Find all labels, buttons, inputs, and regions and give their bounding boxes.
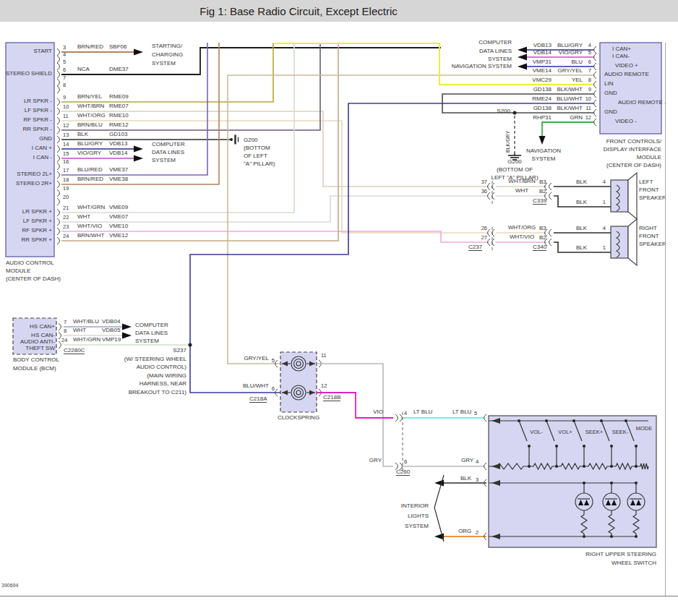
pin-signal: VIDEO -	[615, 119, 637, 124]
pin-number: 7	[588, 68, 591, 74]
ground-label: G200	[244, 137, 258, 143]
circuit-code-label: SBF06	[109, 44, 126, 50]
pin-number: 2	[476, 530, 479, 536]
connector-arc	[549, 183, 552, 190]
circuit-code-label: VME07	[109, 214, 128, 220]
wire-color-label: WHT/VIO	[77, 223, 102, 229]
system-reference: SYSTEM	[152, 61, 176, 67]
pin-number: 19	[63, 186, 69, 192]
circuit-code-label: VME12	[109, 233, 128, 239]
circuit-code-label: VMP19	[102, 337, 121, 343]
system-reference: SYSTEM	[405, 523, 429, 529]
pin-signal: STEREO SHIELD	[6, 71, 52, 77]
wire-color-label: WHT/VIO	[510, 234, 534, 240]
connector-arc	[594, 63, 597, 70]
pin-number: 5	[474, 411, 477, 416]
ground-label: (BOTTOM	[244, 145, 270, 151]
connector-arc	[59, 323, 61, 330]
pin-number: 3	[63, 45, 66, 51]
wire-color-label: GRN	[570, 115, 583, 121]
system-reference: LIGHTS	[408, 513, 429, 519]
splice-dot	[610, 465, 613, 468]
pin-number: 4	[603, 226, 606, 231]
connector-arc	[400, 414, 403, 422]
pin-number: 24	[63, 234, 69, 239]
system-reference: STARTING/	[152, 43, 182, 49]
wire-color-label: BRN/BLU	[77, 122, 103, 128]
switch-button-label: MODE	[636, 426, 653, 432]
arrow-down-icon	[539, 136, 546, 145]
splice-dot	[189, 343, 192, 347]
pin-signal: LF SPKR -	[25, 108, 52, 114]
connector-arc	[57, 56, 60, 63]
circuit-code-label: VME37	[109, 167, 128, 173]
circuit-code-label: RME07	[109, 103, 129, 109]
pin-number: 26	[481, 226, 487, 231]
splice-dot	[528, 465, 531, 468]
connector-label: C2280C	[64, 348, 85, 354]
pin-number: 17	[63, 168, 69, 174]
document-number: 390694	[1, 583, 18, 588]
pin-number: 18	[63, 177, 69, 183]
wiring-diagram-page: Fig 1: Base Radio Circuit, Except Electr…	[0, 0, 678, 616]
connector-label: C260	[396, 469, 410, 476]
wire-color-label: BRN/RED	[77, 44, 103, 50]
pin-signal: HS CAN+	[30, 324, 55, 330]
splice-dot	[230, 138, 233, 141]
wire-color-label: LT BLU	[413, 409, 432, 415]
pin-signal: START	[34, 48, 52, 54]
arrow-left-icon	[518, 54, 527, 61]
pin-number: 23	[63, 224, 69, 230]
system-reference: NAVIGATION	[526, 148, 561, 154]
module-label: AUDIO CONTROL	[6, 260, 54, 266]
wire-color-label: BLK/WHT	[557, 106, 583, 111]
connector-arc	[549, 229, 552, 236]
system-reference: DATA LINES	[135, 330, 168, 336]
connector-arc	[594, 81, 597, 88]
connector-arc	[57, 155, 60, 162]
splice-label: S200	[497, 108, 510, 114]
module-label: DISPLAY INTERFACE	[604, 147, 661, 153]
pin-signal: GND	[604, 109, 617, 115]
pin-number: 20	[63, 194, 69, 200]
circuit-code-label: VDB13	[109, 141, 127, 147]
pin-number: 3	[476, 477, 479, 483]
system-reference: NAVIGATION SYSTEM	[452, 64, 512, 69]
wire-color-label: GRY/YEL	[557, 68, 583, 74]
circuit-code-label: DME37	[109, 67, 129, 72]
speaker-label: FRONT	[639, 187, 659, 193]
connector-arc	[59, 341, 61, 348]
circuit-code-label: RME12	[109, 122, 129, 128]
system-reference: DATA LINES	[152, 150, 184, 155]
circuit-code-label: RME10	[109, 113, 129, 119]
connector-arc	[395, 414, 398, 422]
wire-color-label: BLK/GRY	[505, 131, 510, 153]
module-label: RIGHT UPPER STEERING	[585, 552, 656, 557]
system-reference: SYSTEM	[152, 158, 176, 163]
connector-arc	[57, 189, 60, 197]
wire-color-label: BLK	[576, 200, 587, 205]
arrow-right-icon	[122, 333, 132, 339]
circuit-code-label: RME24	[532, 96, 552, 102]
circuit-code-label: VMP31	[533, 59, 552, 65]
connector-label: C340	[533, 244, 546, 251]
pin-signal: GND	[39, 136, 52, 142]
system-reference: COMPUTER	[479, 40, 512, 46]
arrow-right-icon	[134, 146, 143, 153]
connector-arc	[57, 145, 60, 153]
pin-signal: RR SPKR +	[22, 237, 52, 243]
wire-color-label: YEL	[572, 77, 583, 83]
wire-color-label: BLK	[576, 179, 587, 185]
module-label: FRONT CONTROLS/	[606, 139, 661, 145]
splice-dot	[555, 465, 558, 468]
pin-number: 1	[603, 200, 606, 205]
wire-color-label: ORG	[458, 529, 471, 534]
system-reference: SYSTEM	[488, 56, 512, 62]
wire-color-label: BLK	[77, 132, 88, 137]
pin-number: 12	[585, 115, 591, 121]
connector-arc	[57, 71, 60, 78]
system-reference: SYSTEM	[135, 338, 159, 344]
wire-color-label: WHT/BLU	[73, 319, 99, 325]
pin-signal: LR SPKR -	[24, 98, 52, 104]
speaker-label: SPEAKER	[639, 241, 666, 247]
